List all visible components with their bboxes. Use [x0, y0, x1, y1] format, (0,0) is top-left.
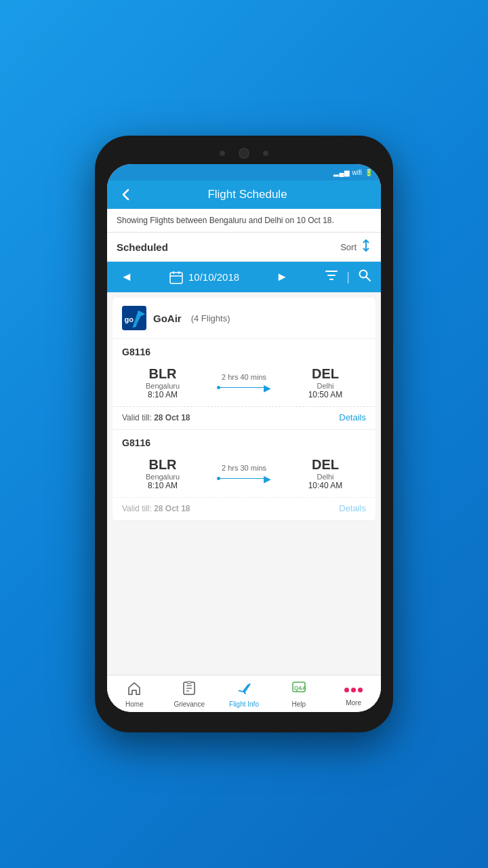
- signal-icon: ▂▄▆: [333, 169, 349, 176]
- home-icon: [127, 681, 142, 699]
- svg-line-6: [366, 277, 370, 281]
- page-title: Flight Schedule: [142, 188, 352, 201]
- dest-code-2: DEL: [285, 457, 366, 473]
- phone-dot2: [263, 151, 268, 156]
- icon-separator: |: [346, 270, 350, 284]
- help-icon: Q&A: [291, 681, 306, 699]
- valid-date-2: 28 Oct 18: [154, 504, 190, 513]
- date-center: 10/10/2018: [169, 271, 239, 284]
- sort-icon: [361, 239, 371, 254]
- phone-frame: ▂▄▆ wifi 🔋 Flight Schedule Showing Fligh…: [95, 136, 393, 732]
- nav-grievance[interactable]: Grievance: [162, 679, 217, 709]
- flight-number-2: G8116: [122, 437, 150, 448]
- dest-code-1: DEL: [285, 366, 366, 382]
- main-content: Showing Flights between Bengaluru and De…: [107, 209, 381, 675]
- sort-label: Sort: [340, 242, 357, 252]
- phone-speaker: [220, 151, 225, 156]
- battery-icon: 🔋: [365, 169, 373, 176]
- route-middle-1: 2 hrs 40 mins ▶: [203, 373, 285, 393]
- flight-number-row-1: G8116: [113, 339, 375, 362]
- svg-text:go: go: [124, 315, 134, 323]
- grievance-icon: [182, 681, 197, 699]
- dest-time-1: 10:50 AM: [285, 390, 366, 399]
- origin-city-1: Bengaluru: [122, 382, 203, 390]
- duration-2: 2 hrs 30 mins: [222, 464, 266, 472]
- sort-row[interactable]: Sort: [340, 239, 371, 254]
- filter-icon[interactable]: [325, 269, 338, 285]
- goair-logo-svg: go: [122, 304, 146, 332]
- flight-route-2: BLR Bengaluru 8:10 AM 2 hrs 30 mins: [113, 453, 375, 494]
- phone-camera: [239, 148, 249, 159]
- nav-more-label: More: [346, 699, 361, 707]
- route-middle-2: 2 hrs 30 mins ▶: [203, 464, 285, 484]
- next-date-button[interactable]: ►: [272, 270, 292, 284]
- showing-text: Showing Flights between Bengaluru and De…: [107, 209, 381, 233]
- flight-card-1: G8116 BLR Bengaluru 8:10 AM 2 hrs 40 min…: [113, 339, 375, 430]
- search-icon[interactable]: [358, 269, 371, 285]
- flight-line-2: ▶: [217, 473, 271, 484]
- origin-time-1: 8:10 AM: [122, 390, 203, 399]
- nav-home[interactable]: Home: [107, 679, 162, 709]
- airline-section: go GoAir (4 Flights) G8116: [113, 298, 375, 521]
- status-icons: ▂▄▆ wifi 🔋: [333, 169, 373, 176]
- nav-flight-info[interactable]: Flight Info: [217, 679, 272, 709]
- flight-card-2: G8116 BLR Bengaluru 8:10 AM 2 hrs 30 min…: [113, 430, 375, 521]
- route-dest-1: DEL Delhi 10:50 AM: [285, 366, 366, 399]
- date-action-icons: |: [325, 269, 371, 285]
- phone-notch: [107, 148, 381, 159]
- back-button[interactable]: [117, 187, 136, 202]
- wifi-icon: wifi: [352, 169, 362, 176]
- airline-header: go GoAir (4 Flights): [113, 298, 375, 339]
- flight-icon: [237, 681, 251, 699]
- origin-code-1: BLR: [122, 366, 203, 382]
- scheduled-label: Scheduled: [117, 241, 168, 253]
- route-origin-1: BLR Bengaluru 8:10 AM: [122, 366, 203, 399]
- calendar-icon: [169, 271, 183, 284]
- valid-date-1: 28 Oct 18: [154, 413, 190, 422]
- status-bar: ▂▄▆ wifi 🔋: [107, 164, 381, 180]
- app-header: Flight Schedule: [107, 180, 381, 209]
- nav-help-label: Help: [292, 701, 306, 708]
- flight-route-1: BLR Bengaluru 8:10 AM 2 hrs 40 mins: [113, 362, 375, 403]
- bottom-navigation: Home Grievance: [107, 675, 381, 712]
- valid-text-2: Valid till: 28 Oct 18: [122, 504, 190, 513]
- dest-time-2: 10:40 AM: [285, 481, 366, 490]
- flight-number-1: G8116: [122, 347, 150, 357]
- duration-1: 2 hrs 40 mins: [222, 373, 266, 381]
- nav-help[interactable]: Q&A Help: [271, 679, 326, 709]
- flight-line-1: ▶: [217, 382, 271, 393]
- nav-more[interactable]: More: [326, 682, 381, 708]
- flight-valid-row-1: Valid till: 28 Oct 18 Details: [113, 406, 375, 429]
- svg-text:Q&A: Q&A: [294, 685, 306, 691]
- details-button-1[interactable]: Details: [339, 412, 366, 422]
- scheduled-row: Scheduled Sort: [107, 233, 381, 262]
- phone-screen: ▂▄▆ wifi 🔋 Flight Schedule Showing Fligh…: [107, 164, 381, 712]
- airline-logo: go: [122, 306, 146, 330]
- route-dest-2: DEL Delhi 10:40 AM: [285, 457, 366, 490]
- svg-rect-1: [170, 273, 182, 283]
- nav-flight-label: Flight Info: [229, 701, 259, 708]
- valid-text-1: Valid till: 28 Oct 18: [122, 413, 190, 422]
- date-display: 10/10/2018: [188, 271, 239, 283]
- details-button-2[interactable]: Details: [339, 503, 366, 513]
- dest-city-1: Delhi: [285, 382, 366, 390]
- airline-flights-count: (4 Flights): [191, 313, 230, 323]
- flight-number-row-2: G8116: [113, 430, 375, 453]
- flight-valid-row-2: Valid till: 28 Oct 18 Details: [113, 497, 375, 520]
- more-icon: [344, 683, 363, 698]
- nav-home-label: Home: [125, 701, 144, 708]
- svg-rect-15: [187, 682, 191, 684]
- prev-date-button[interactable]: ◄: [117, 270, 137, 284]
- nav-grievance-label: Grievance: [174, 701, 205, 708]
- origin-city-2: Bengaluru: [122, 473, 203, 481]
- dest-city-2: Delhi: [285, 473, 366, 481]
- airline-name: GoAir: [153, 313, 182, 324]
- origin-code-2: BLR: [122, 457, 203, 473]
- route-origin-2: BLR Bengaluru 8:10 AM: [122, 457, 203, 490]
- date-bar: ◄ 10/10/2018 ►: [107, 262, 381, 292]
- origin-time-2: 8:10 AM: [122, 481, 203, 490]
